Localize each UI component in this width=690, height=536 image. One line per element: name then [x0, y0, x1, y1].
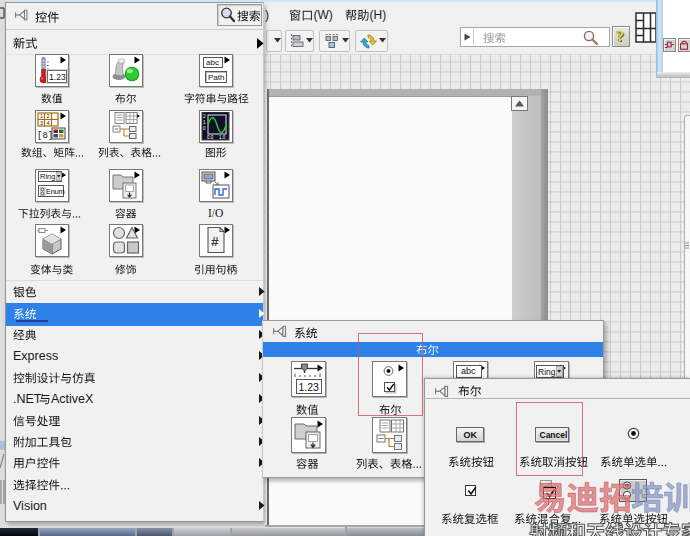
svg-text:3: 3: [40, 120, 43, 126]
svg-text:[8]: [8]: [37, 131, 53, 141]
svg-text:#: #: [211, 235, 219, 250]
svg-text:1: 1: [40, 113, 43, 119]
svg-text:1.0: 1.0: [219, 135, 226, 140]
svg-text:0.0: 0.0: [207, 135, 214, 140]
svg-text:2: 2: [47, 113, 50, 119]
svg-text:4: 4: [47, 120, 50, 126]
